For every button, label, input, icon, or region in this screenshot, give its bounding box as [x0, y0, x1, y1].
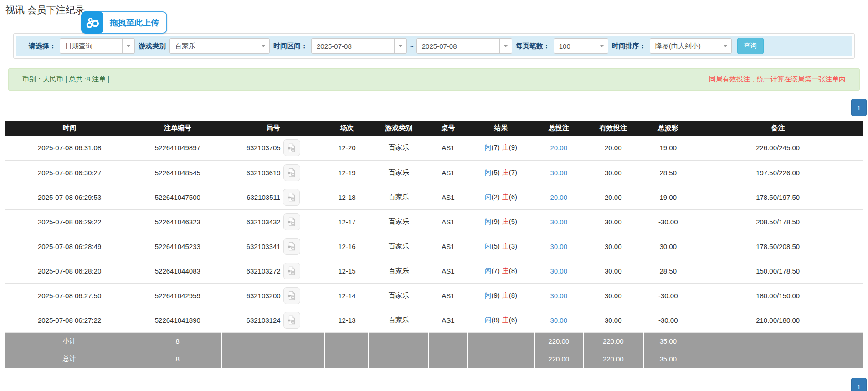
result-banker-label: 庄 — [502, 267, 509, 274]
bet-records-table: 时间 注单编号 局号 场次 游戏类别 桌号 结果 总投注 有效投注 总派彩 备注… — [5, 121, 863, 368]
cell-session: 12-18 — [325, 185, 369, 209]
subtotal-valid-bet: 220.00 — [583, 332, 643, 350]
video-replay-button[interactable] — [283, 238, 300, 255]
cell-remark: 210.00/180.00 — [693, 308, 863, 332]
result-player-score: (7) — [491, 143, 499, 151]
cell-game-type: 百家乐 — [369, 259, 429, 283]
total-bet-link[interactable]: 30.00 — [550, 267, 568, 275]
cell-game-type: 百家乐 — [369, 209, 429, 234]
result-banker-score: (6) — [509, 193, 517, 201]
cell-session: 12-13 — [325, 308, 369, 332]
video-replay-button[interactable] — [283, 312, 300, 329]
date-to-select[interactable]: 2025-07-08 — [416, 38, 512, 54]
subtotal-row: 小计 8 220.00 220.00 35.00 — [5, 332, 863, 350]
per-page-select[interactable]: 100 — [554, 38, 608, 54]
tilde-separator: ~ — [410, 42, 414, 50]
filter-panel: 请选择： 日期查询 游戏类别 百家乐 时间区间： 2025-07-08 ~ 20… — [13, 33, 855, 59]
round-no-value: 632103124 — [247, 316, 281, 324]
time-range-label: 时间区间： — [273, 42, 308, 51]
chevron-down-icon[interactable] — [257, 39, 269, 53]
cell-bet-no: 522641049897 — [134, 136, 221, 160]
chevron-down-icon[interactable] — [122, 39, 134, 53]
cell-remark: 178.50/208.50 — [693, 234, 863, 259]
drag-upload-overlay[interactable]: 拖拽至此上传 — [81, 11, 167, 34]
cell-payout: 28.50 — [643, 259, 693, 283]
chevron-down-icon[interactable] — [499, 39, 512, 53]
result-player-label: 闲 — [484, 242, 491, 250]
baidu-netdisk-icon — [81, 11, 103, 34]
query-button[interactable]: 查询 — [737, 38, 764, 54]
cell-valid-bet: 30.00 — [583, 160, 643, 185]
total-bet-link[interactable]: 30.00 — [550, 292, 568, 300]
table-row: 2025-07-08 06:27:22 522641041890 6321031… — [5, 308, 863, 332]
cell-payout: -30.00 — [643, 308, 693, 332]
video-replay-button[interactable] — [283, 287, 300, 304]
result-banker-label: 庄 — [502, 218, 509, 225]
cell-table-no: AS1 — [429, 185, 467, 209]
pagination-page-1-bottom[interactable]: 1 — [851, 378, 867, 391]
table-row: 2025-07-08 06:31:08 522641049897 6321037… — [5, 136, 863, 160]
game-type-select[interactable]: 百家乐 — [169, 38, 270, 54]
subtotal-total-bet: 220.00 — [534, 332, 583, 350]
cell-round-no: 632103619 — [221, 160, 325, 185]
video-replay-button[interactable] — [283, 139, 300, 156]
grand-total-payout: 35.00 — [643, 350, 693, 368]
total-bet-link[interactable]: 20.00 — [550, 144, 568, 152]
chevron-down-icon[interactable] — [596, 39, 608, 53]
video-replay-button[interactable] — [283, 164, 300, 181]
result-banker-score: (7) — [509, 168, 517, 176]
result-banker-label: 庄 — [502, 291, 509, 299]
choose-label: 请选择： — [29, 42, 56, 51]
cell-game-type: 百家乐 — [369, 160, 429, 185]
cell-session: 12-14 — [325, 283, 369, 308]
result-player-score: (2) — [491, 193, 499, 201]
result-player-score: (9) — [491, 291, 499, 299]
round-no-value: 632103272 — [247, 267, 281, 275]
cell-session: 12-20 — [325, 136, 369, 160]
cell-session: 12-19 — [325, 160, 369, 185]
pagination-page-1-top[interactable]: 1 — [851, 99, 867, 116]
result-banker-score: (9) — [509, 143, 517, 151]
game-type-label: 游戏类别 — [139, 42, 166, 51]
cell-bet-no: 522641047500 — [134, 185, 221, 209]
cell-valid-bet: 30.00 — [583, 209, 643, 234]
sort-select[interactable]: 降幂(由大到小) — [650, 38, 732, 54]
result-player-score: (7) — [491, 267, 499, 274]
cell-remark: 178.50/197.50 — [693, 185, 863, 209]
video-file-icon — [287, 241, 297, 251]
currency-summary-text: 币别：人民币 | 总共 :8 注单 | — [22, 75, 109, 84]
header-valid-bet: 有效投注 — [583, 121, 643, 136]
cell-result: 闲(5)庄(7) — [467, 160, 534, 185]
header-time: 时间 — [5, 121, 134, 136]
table-row: 2025-07-08 06:29:22 522641046323 6321034… — [5, 209, 863, 234]
total-bet-link[interactable]: 30.00 — [550, 218, 568, 226]
page-title: 视讯 会员下注纪录 — [5, 4, 85, 16]
video-replay-button[interactable] — [283, 263, 300, 279]
query-type-select[interactable]: 日期查询 — [60, 38, 135, 54]
cell-round-no: 632103432 — [221, 209, 325, 234]
result-banker-label: 庄 — [502, 193, 509, 201]
cell-table-no: AS1 — [429, 283, 467, 308]
total-bet-link[interactable]: 20.00 — [550, 193, 568, 201]
cell-table-no: AS1 — [429, 160, 467, 185]
video-replay-button[interactable] — [283, 189, 300, 206]
chevron-down-icon[interactable] — [719, 39, 731, 53]
cell-result: 闲(7)庄(8) — [467, 259, 534, 283]
per-page-label: 每页笔数： — [516, 42, 550, 51]
cell-total-bet: 20.00 — [534, 136, 583, 160]
date-from-select[interactable]: 2025-07-08 — [311, 38, 407, 54]
cell-time: 2025-07-08 06:30:27 — [5, 160, 134, 185]
cell-remark: 208.50/178.50 — [693, 209, 863, 234]
total-bet-link[interactable]: 30.00 — [550, 316, 568, 324]
cell-bet-no: 522641046323 — [134, 209, 221, 234]
header-payout: 总派彩 — [643, 121, 693, 136]
chevron-down-icon[interactable] — [394, 39, 406, 53]
cell-bet-no: 522641041890 — [134, 308, 221, 332]
total-bet-link[interactable]: 30.00 — [550, 243, 568, 250]
total-bet-link[interactable]: 30.00 — [550, 169, 568, 177]
result-player-label: 闲 — [484, 316, 491, 324]
grand-total-total-bet: 220.00 — [534, 350, 583, 368]
round-no-value: 632103200 — [247, 292, 281, 300]
video-replay-button[interactable] — [283, 213, 300, 230]
date-from-value: 2025-07-08 — [312, 39, 394, 53]
